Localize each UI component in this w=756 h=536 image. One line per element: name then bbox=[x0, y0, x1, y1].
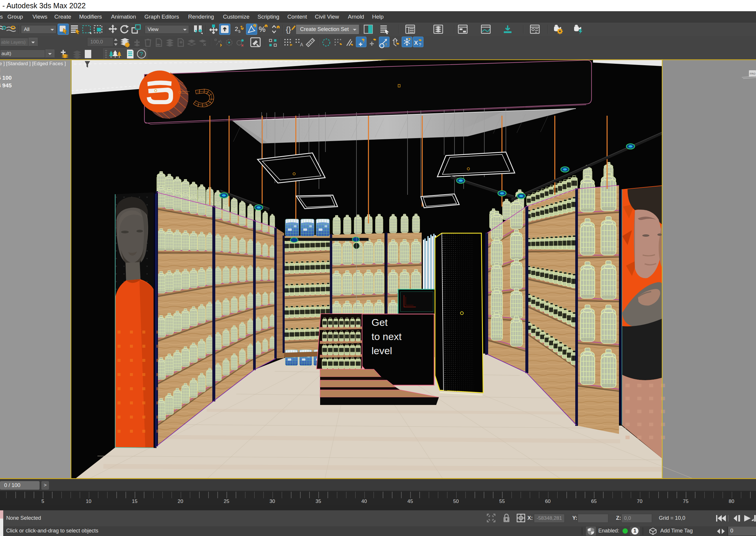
svg-text:{}: {} bbox=[286, 25, 291, 34]
svg-text:2: 2 bbox=[235, 26, 238, 32]
svg-text:5 100: 5 100 bbox=[0, 75, 12, 81]
svg-text:4 945: 4 945 bbox=[0, 83, 12, 88]
svg-text:Get: Get bbox=[371, 317, 388, 328]
svg-text:?: ? bbox=[362, 40, 364, 44]
svg-text:?: ? bbox=[419, 42, 421, 47]
svg-text:to next: to next bbox=[371, 331, 402, 342]
svg-text:X: X bbox=[414, 40, 418, 46]
svg-text:5: 5 bbox=[238, 29, 240, 34]
svg-text:?: ? bbox=[140, 51, 143, 57]
svg-text:FRO: FRO bbox=[750, 72, 755, 75]
svg-text:%: % bbox=[259, 25, 265, 34]
svg-text:l: l bbox=[0, 67, 0, 73]
svg-text:level: level bbox=[371, 345, 392, 356]
svg-text:A: A bbox=[300, 42, 303, 47]
svg-text:tive ] [Standard ] [Edged Fa: tive ] [Standard ] [Edged Faces ] bbox=[0, 61, 66, 66]
svg-text:?: ? bbox=[385, 43, 387, 47]
